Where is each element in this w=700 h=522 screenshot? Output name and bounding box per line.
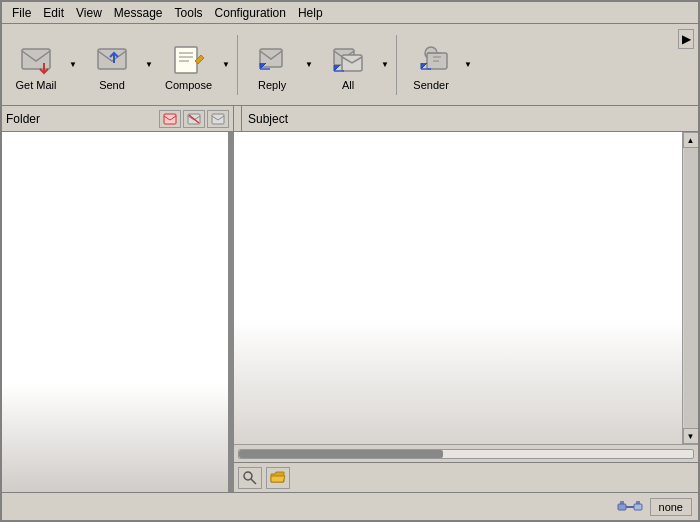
all-icon bbox=[328, 39, 368, 79]
reply-icon bbox=[252, 39, 292, 79]
message-list-inner bbox=[234, 132, 682, 444]
send-arrow[interactable]: ▼ bbox=[142, 29, 156, 101]
folder-open-button[interactable] bbox=[266, 467, 290, 489]
send-label: Send bbox=[99, 79, 125, 91]
compose-group: Compose ▼ bbox=[158, 29, 233, 101]
status-bar: none bbox=[2, 492, 698, 520]
status-badge[interactable]: none bbox=[650, 498, 692, 516]
reply-group: Reply ▼ bbox=[242, 29, 316, 101]
column-headers: Folder bbox=[2, 106, 698, 132]
menu-bar: File Edit View Message Tools Configurati… bbox=[2, 2, 698, 24]
all-label: All bbox=[342, 79, 354, 91]
h-scroll-thumb bbox=[239, 450, 443, 458]
sender-label: Sender bbox=[413, 79, 448, 91]
scroll-down-button[interactable]: ▼ bbox=[683, 428, 699, 444]
toolbar: Get Mail ▼ Send ▼ bbox=[2, 24, 698, 106]
send-button[interactable]: Send bbox=[82, 29, 142, 101]
menu-help[interactable]: Help bbox=[292, 4, 329, 22]
panels: ▲ ▼ bbox=[2, 132, 698, 492]
toolbar-sep-2 bbox=[396, 35, 397, 95]
menu-view[interactable]: View bbox=[70, 4, 108, 22]
svg-rect-2 bbox=[175, 47, 197, 73]
svg-rect-1 bbox=[98, 49, 126, 69]
scroll-up-button[interactable]: ▲ bbox=[683, 132, 699, 148]
filter-all-button[interactable] bbox=[207, 110, 229, 128]
subject-column-header: Subject bbox=[242, 106, 698, 131]
send-group: Send ▼ bbox=[82, 29, 156, 101]
message-list-scrollbar: ▲ ▼ bbox=[682, 132, 698, 444]
toolbar-overflow-arrow[interactable]: ▶ bbox=[678, 29, 694, 49]
folder-filter-icons bbox=[159, 110, 229, 128]
get-mail-arrow[interactable]: ▼ bbox=[66, 29, 80, 101]
bottom-toolbar bbox=[234, 462, 698, 492]
send-icon bbox=[92, 39, 132, 79]
menu-file[interactable]: File bbox=[6, 4, 37, 22]
folder-column-header: Folder bbox=[2, 106, 234, 131]
filter-unread-button[interactable] bbox=[183, 110, 205, 128]
svg-rect-15 bbox=[634, 504, 642, 510]
column-splitter[interactable] bbox=[234, 106, 242, 131]
svg-rect-0 bbox=[22, 49, 50, 69]
svg-line-13 bbox=[251, 479, 256, 484]
reply-button[interactable]: Reply bbox=[242, 29, 302, 101]
horizontal-scrollbar bbox=[234, 444, 698, 462]
svg-point-12 bbox=[244, 472, 252, 480]
compose-button[interactable]: Compose bbox=[158, 29, 219, 101]
toolbar-sep-1 bbox=[237, 35, 238, 95]
sender-group: Sender ▼ bbox=[401, 29, 475, 101]
main-content: Folder bbox=[2, 106, 698, 492]
menu-message[interactable]: Message bbox=[108, 4, 169, 22]
search-button[interactable] bbox=[238, 467, 262, 489]
status-connection-icon bbox=[616, 498, 644, 516]
menu-tools[interactable]: Tools bbox=[169, 4, 209, 22]
get-mail-label: Get Mail bbox=[16, 79, 57, 91]
svg-rect-8 bbox=[164, 114, 176, 124]
compose-label: Compose bbox=[165, 79, 212, 91]
filter-read-button[interactable] bbox=[159, 110, 181, 128]
menu-edit[interactable]: Edit bbox=[37, 4, 70, 22]
reply-arrow[interactable]: ▼ bbox=[302, 29, 316, 101]
subject-column-label: Subject bbox=[248, 112, 288, 126]
main-window: File Edit View Message Tools Configurati… bbox=[0, 0, 700, 522]
folder-panel-inner bbox=[2, 132, 228, 492]
svg-rect-14 bbox=[618, 504, 626, 510]
compose-icon bbox=[169, 39, 209, 79]
all-arrow[interactable]: ▼ bbox=[378, 29, 392, 101]
right-panel: ▲ ▼ bbox=[234, 132, 698, 492]
get-mail-icon bbox=[16, 39, 56, 79]
compose-arrow[interactable]: ▼ bbox=[219, 29, 233, 101]
svg-rect-11 bbox=[212, 114, 224, 124]
folder-panel bbox=[2, 132, 234, 492]
folder-column-label: Folder bbox=[6, 112, 159, 126]
sender-button[interactable]: Sender bbox=[401, 29, 461, 101]
reply-label: Reply bbox=[258, 79, 286, 91]
menu-configuration[interactable]: Configuration bbox=[209, 4, 292, 22]
message-list bbox=[234, 132, 682, 444]
get-mail-button[interactable]: Get Mail bbox=[6, 29, 66, 101]
all-button[interactable]: All bbox=[318, 29, 378, 101]
sender-arrow[interactable]: ▼ bbox=[461, 29, 475, 101]
h-scroll-track[interactable] bbox=[238, 449, 694, 459]
get-mail-group: Get Mail ▼ bbox=[6, 29, 80, 101]
sender-icon bbox=[411, 39, 451, 79]
all-group: All ▼ bbox=[318, 29, 392, 101]
scroll-track bbox=[684, 148, 698, 428]
